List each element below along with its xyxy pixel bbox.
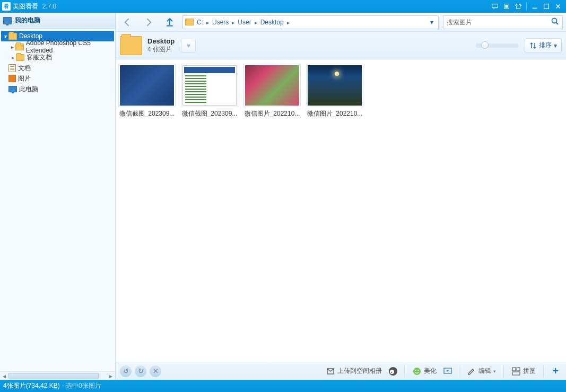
thumbnail-frame (118, 64, 176, 107)
svg-point-14 (415, 370, 416, 371)
thumbnail-item[interactable]: 微信图片_202210... (306, 64, 364, 118)
beautify-button[interactable]: 美化 (410, 367, 439, 376)
tree-item[interactable]: 图片 (0, 73, 115, 84)
back-button[interactable] (119, 15, 136, 30)
tree-item-label: 客服文档 (27, 53, 52, 62)
expand-icon[interactable]: ▸ (10, 55, 16, 60)
expand-icon[interactable]: ▾ (2, 33, 8, 39)
app-version: 2.7.8 (42, 3, 57, 10)
tree-item-label: Desktop (19, 32, 42, 40)
weibo-button[interactable] (387, 367, 399, 376)
svg-rect-19 (512, 372, 520, 375)
breadcrumb-item[interactable]: User (237, 19, 252, 26)
svg-rect-17 (512, 368, 516, 371)
close-button[interactable] (552, 2, 564, 11)
beautify-label: 美化 (424, 367, 437, 376)
breadcrumb-separator-icon: ▸ (204, 20, 211, 25)
tree-item-label: 此电脑 (19, 85, 38, 94)
svg-point-15 (418, 370, 419, 371)
address-dropdown-icon[interactable]: ▾ (428, 19, 436, 26)
thumbnail-label: 微信截图_202309... (118, 109, 176, 118)
toolbar: C:▸Users▸User▸Desktop▸ ▾ (116, 13, 566, 32)
search-bar[interactable] (443, 15, 563, 29)
svg-point-8 (552, 19, 557, 23)
folder-count: 4 张图片 (147, 45, 175, 54)
maximize-button[interactable] (541, 2, 552, 11)
folder-name: Desktop (147, 37, 175, 45)
folder-tree: ▾Desktop▸Adobe Photoshop CS5 Extended▸客服… (0, 29, 115, 371)
app-icon: 看 (2, 2, 11, 11)
sort-button[interactable]: 排序 ▾ (525, 38, 562, 53)
zoom-slider[interactable] (476, 43, 518, 48)
svg-rect-2 (505, 5, 508, 7)
minimize-button[interactable] (529, 2, 541, 11)
collage-label: 拼图 (523, 367, 536, 376)
svg-point-13 (413, 368, 421, 375)
collage-button[interactable]: 拼图 (509, 367, 538, 376)
status-left: 4张图片(734.42 KB) (3, 381, 60, 390)
tree-item[interactable]: ▸Adobe Photoshop CS5 Extended (0, 41, 115, 52)
thumbnail-image (120, 65, 174, 106)
svg-rect-4 (544, 4, 549, 9)
tree-item[interactable]: 文档 (0, 63, 115, 73)
scroll-left-icon[interactable]: ◂ (0, 372, 8, 380)
feedback-icon[interactable] (489, 2, 501, 11)
play-button[interactable] (442, 367, 454, 376)
forward-button[interactable] (140, 15, 157, 30)
computer-icon (3, 17, 12, 24)
edit-button[interactable]: 编辑 ▾ (465, 367, 498, 376)
picture-icon (8, 75, 16, 82)
zoom-handle[interactable] (481, 41, 489, 49)
sort-label: 排序 (539, 41, 552, 50)
tree-item-label: Adobe Photoshop CS5 Extended (26, 39, 115, 54)
breadcrumb-item[interactable]: C: (196, 19, 204, 26)
search-icon[interactable] (551, 17, 559, 27)
sidebar-header: 我的电脑 (0, 13, 115, 29)
tree-item-label: 图片 (18, 74, 31, 83)
computer-icon (8, 86, 17, 92)
expand-icon[interactable]: ▸ (10, 44, 15, 50)
up-button[interactable] (161, 15, 178, 30)
thumbnail-label: 微信图片_202210... (306, 109, 363, 118)
breadcrumb-separator-icon: ▸ (230, 20, 237, 25)
address-bar[interactable]: C:▸Users▸User▸Desktop▸ ▾ (182, 15, 439, 29)
svg-rect-0 (492, 4, 498, 8)
delete-button[interactable]: ✕ (150, 365, 161, 377)
tree-item[interactable]: 此电脑 (0, 84, 115, 94)
thumbnail-frame (181, 64, 238, 107)
breadcrumb-item[interactable]: Users (211, 19, 230, 26)
content-area: C:▸Users▸User▸Desktop▸ ▾ Desktop 4 张图片 ♥… (116, 13, 566, 380)
scrollbar-thumb[interactable] (8, 373, 99, 379)
thumbnail-item[interactable]: 微信截图_202309... (118, 64, 176, 118)
thumbnail-image (308, 65, 362, 106)
breadcrumb-item[interactable]: Desktop (259, 19, 285, 26)
thumbnail-frame (243, 64, 301, 107)
app-name: 美图看看 (13, 3, 38, 10)
folder-icon (16, 54, 24, 61)
search-input[interactable] (447, 19, 551, 26)
thumbnail-item[interactable]: 微信图片_202210... (243, 64, 301, 118)
add-button[interactable]: + (549, 365, 562, 378)
folder-large-icon (120, 36, 142, 55)
thumbnail-frame (306, 64, 363, 107)
status-right: - 选中0张图片 (62, 381, 101, 390)
folder-header: Desktop 4 张图片 ♥ 排序 ▾ (116, 32, 566, 59)
svg-rect-18 (517, 368, 520, 371)
thumbnail-item[interactable]: 微信截图_202309... (180, 64, 239, 118)
breadcrumb-separator-icon: ▸ (285, 20, 292, 25)
rotate-left-button[interactable]: ↺ (120, 365, 132, 377)
chevron-down-icon: ▾ (493, 369, 496, 374)
svg-line-9 (556, 23, 559, 25)
upload-button[interactable]: 上传到空间相册 (324, 367, 384, 376)
scroll-right-icon[interactable]: ▸ (107, 372, 115, 380)
slideshow-icon[interactable] (501, 2, 512, 11)
rotate-right-button[interactable]: ↻ (135, 365, 146, 377)
thumbnail-image (245, 65, 299, 106)
titlebar: 看 美图看看 2.7.8 (0, 0, 566, 13)
thumbnail-image (182, 65, 237, 106)
tree-item-label: 文档 (18, 64, 31, 73)
sidebar-scrollbar[interactable]: ◂ ▸ (0, 371, 115, 380)
favorite-button[interactable]: ♥ (181, 39, 196, 53)
sidebar-header-label: 我的电脑 (15, 16, 40, 25)
skin-icon[interactable] (512, 2, 524, 11)
